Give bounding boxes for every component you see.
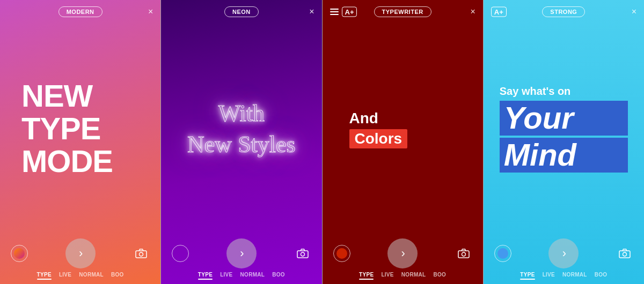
panel-4-bottom-row: › [484,234,644,268]
panel-strong: A+ STRONG × Say what's on Your Mind › T [484,0,644,284]
svg-rect-2 [297,251,308,258]
svg-point-5 [462,252,465,256]
color-picker-4[interactable] [494,245,511,262]
camera-button-2[interactable] [294,245,311,262]
close-button-2[interactable]: × [309,7,314,17]
font-button-4[interactable]: A+ [491,7,507,17]
camera-button-3[interactable] [455,245,472,262]
close-button-3[interactable]: × [470,7,475,17]
panel-2-content: With New Styles [161,24,321,234]
panel-3-and-text: And [349,110,472,127]
panel-2-bottom-row: › [161,234,321,268]
svg-point-3 [301,252,304,256]
nav-boo-4[interactable]: BOO [595,272,608,280]
camera-button-4[interactable] [616,245,633,262]
style-badge-neon[interactable]: NEON [224,6,259,17]
style-badge-typewriter[interactable]: TYPEWRITER [374,6,431,17]
color-picker-3[interactable] [333,245,350,262]
shutter-button-3[interactable]: › [387,238,418,268]
panel-2-script-text: With New Styles [187,98,296,159]
nav-live-3[interactable]: LIVE [381,272,393,280]
font-button-3[interactable]: A+ [342,7,357,17]
svg-rect-6 [619,251,630,258]
nav-boo-3[interactable]: BOO [434,272,447,280]
camera-button-1[interactable] [133,245,150,262]
close-button-1[interactable]: × [148,7,153,17]
nav-normal-2[interactable]: NORMAL [240,272,265,280]
svg-point-7 [623,252,627,256]
svg-point-1 [140,252,143,256]
panel-3-colors-text: Colors [349,129,408,148]
panel-1-main-text: NEW TYPE MODE [11,80,150,178]
panel-2-topbar: NEON × [161,0,321,24]
panel-neon: NEON × With New Styles › TYPE LIV [161,0,321,284]
shutter-button-4[interactable]: › [548,238,579,268]
menu-button-3[interactable] [330,9,339,15]
shutter-button-2[interactable]: › [226,238,257,268]
panel-1-nav: TYPE LIVE NORMAL BOO [0,268,160,284]
panel-1-content: NEW TYPE MODE [0,24,160,234]
nav-live-2[interactable]: LIVE [220,272,232,280]
panel-modern: MODERN × NEW TYPE MODE › TYPE [0,0,160,284]
style-badge-strong[interactable]: STRONG [542,6,585,17]
camera-icon-4 [619,249,631,258]
style-badge-modern[interactable]: MODERN [58,6,103,17]
color-picker-2[interactable] [172,245,189,262]
shutter-arrow-2: › [240,246,244,260]
panel-4-nav: TYPE LIVE NORMAL BOO [484,268,644,284]
nav-normal-1[interactable]: NORMAL [79,272,104,280]
panel-4-topbar: A+ STRONG × [484,0,644,24]
nav-normal-4[interactable]: NORMAL [562,272,587,280]
panel-3-content: And Colors [323,24,483,234]
panel-4-mind-text: Mind [500,138,628,173]
camera-icon-2 [297,249,309,258]
nav-live-1[interactable]: LIVE [59,272,71,280]
nav-type-1[interactable]: TYPE [37,272,52,280]
panel-2-nav: TYPE LIVE NORMAL BOO [161,268,321,284]
panel-4-content: Say what's on Your Mind [484,24,644,234]
panel-3-text-block: And Colors [333,110,472,148]
nav-type-3[interactable]: TYPE [359,272,374,280]
nav-type-4[interactable]: TYPE [520,272,535,280]
panel-3-bottom-row: › [323,234,483,268]
nav-boo-1[interactable]: BOO [111,272,124,280]
nav-boo-2[interactable]: BOO [272,272,285,280]
close-button-4[interactable]: × [632,7,636,17]
camera-icon-3 [458,249,470,258]
panel-1-bottom-row: › [0,234,160,268]
camera-icon-1 [135,249,147,258]
svg-rect-0 [136,251,147,258]
panel-typewriter: A+ TYPEWRITER × And Colors › TYPE [323,0,483,284]
panel-3-topbar: A+ TYPEWRITER × [323,0,483,24]
svg-rect-4 [458,251,469,258]
nav-type-2[interactable]: TYPE [198,272,213,280]
shutter-arrow-3: › [401,246,405,260]
panel-4-say-text: Say what's on [500,85,628,98]
panel-3-nav: TYPE LIVE NORMAL BOO [323,268,483,284]
nav-live-4[interactable]: LIVE [543,272,555,280]
shutter-arrow-4: › [562,246,566,260]
shutter-arrow-1: › [79,246,83,260]
panel-4-your-text: Your [500,101,628,136]
nav-normal-3[interactable]: NORMAL [401,272,426,280]
panel-1-topbar: MODERN × [0,0,160,24]
shutter-button-1[interactable]: › [65,238,96,268]
panel-4-text-block: Say what's on Your Mind [494,85,633,173]
color-picker-1[interactable] [11,245,28,262]
